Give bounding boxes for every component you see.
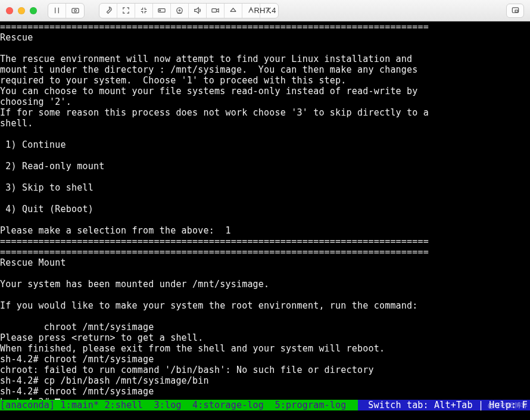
hard-disk-button[interactable] — [153, 4, 171, 18]
network-button[interactable] — [225, 4, 242, 18]
close-window-button[interactable] — [6, 7, 13, 14]
shell-line: sh-4.2# chroot /mnt/sysimage — [0, 354, 530, 365]
shell-line: sh-4.2# chroot /mnt/sysimage — [0, 386, 530, 397]
titlebar: RH7.4 — [0, 0, 530, 21]
option-skip-shell: 3) Skip to shell — [0, 182, 530, 193]
network-icon — [229, 6, 238, 15]
toolbar-group-view — [48, 3, 85, 18]
root-env-command: chroot /mnt/sysimage — [0, 322, 530, 332]
pause-icon — [52, 6, 61, 15]
zoom-window-button[interactable] — [30, 7, 37, 14]
status-left: [anaconda] 1:main* 2:shell 3:log 4:stora… — [0, 400, 347, 410]
rescue-mount-heading: Rescue Mount — [0, 257, 530, 268]
finish-text: When finished, please exit from the shel… — [0, 343, 530, 354]
svg-rect-6 — [212, 9, 217, 13]
shell-line: sh-4.2# cp /bin/bash /mnt/sysimage/bin — [0, 375, 530, 386]
fullscreen-button[interactable] — [117, 4, 135, 18]
shell-line: chroot: failed to run command '/bin/bash… — [0, 365, 530, 375]
divider-line: ========================================… — [0, 21, 530, 32]
root-env-text: If you would like to make your system th… — [0, 300, 530, 311]
rescue-text: If for some reason this process does not… — [0, 107, 530, 118]
rescue-text: choosing '2'. — [0, 97, 530, 107]
rescue-text: The rescue environment will now attempt … — [0, 54, 530, 64]
option-quit: 4) Quit (Reboot) — [0, 204, 530, 214]
svg-rect-0 — [71, 8, 78, 13]
rescue-text: required to your system. Choose '1' to p… — [0, 75, 530, 86]
sound-icon — [193, 6, 202, 15]
svg-point-4 — [177, 8, 182, 13]
optical-drive-button[interactable] — [171, 4, 189, 18]
window-title: RH7.4 — [254, 6, 276, 15]
console-screen[interactable]: ========================================… — [0, 21, 530, 420]
contract-icon — [139, 6, 148, 15]
settings-button[interactable] — [99, 4, 117, 18]
minimize-window-button[interactable] — [18, 7, 25, 14]
option-continue: 1) Continue — [0, 139, 530, 150]
rescue-text: mount it under the directory : /mnt/sysi… — [0, 64, 530, 75]
hard-disk-icon — [157, 6, 166, 15]
tmux-status-bar: [anaconda] 1:main* 2:shell 3:log 4:stora… — [0, 400, 530, 410]
wrench-icon — [104, 6, 113, 15]
selection-prompt: Please make a selection from the above: … — [0, 225, 530, 236]
pip-button[interactable] — [506, 4, 524, 18]
status-right: Switch tab: Alt+Tab | Help: F — [358, 400, 530, 410]
mounted-message: Your system has been mounted under /mnt/… — [0, 279, 530, 290]
pause-button[interactable] — [48, 4, 66, 18]
camera-icon — [71, 6, 80, 15]
rescue-text: shell. — [0, 118, 530, 129]
disc-icon — [175, 6, 184, 15]
press-return-text: Please press <return> to get a shell. — [0, 332, 530, 343]
sound-button[interactable] — [189, 4, 207, 18]
video-icon — [211, 6, 220, 15]
svg-point-1 — [74, 10, 76, 12]
svg-rect-8 — [515, 10, 518, 12]
divider-line: ========================================… — [0, 247, 530, 257]
expand-icon — [121, 6, 130, 15]
toolbar-group-devices — [99, 3, 279, 18]
resize-button[interactable] — [135, 4, 153, 18]
rescue-heading: Rescue — [0, 32, 530, 43]
svg-point-5 — [179, 10, 180, 11]
divider-line: ========================================… — [0, 236, 530, 247]
svg-point-3 — [160, 10, 161, 11]
pip-icon — [511, 6, 520, 15]
camera-device-button[interactable] — [207, 4, 225, 18]
window-controls — [6, 7, 37, 14]
option-readonly: 2) Read-only mount — [0, 161, 530, 172]
rescue-text: You can choose to mount your file system… — [0, 86, 530, 97]
snapshot-button[interactable] — [66, 4, 84, 18]
